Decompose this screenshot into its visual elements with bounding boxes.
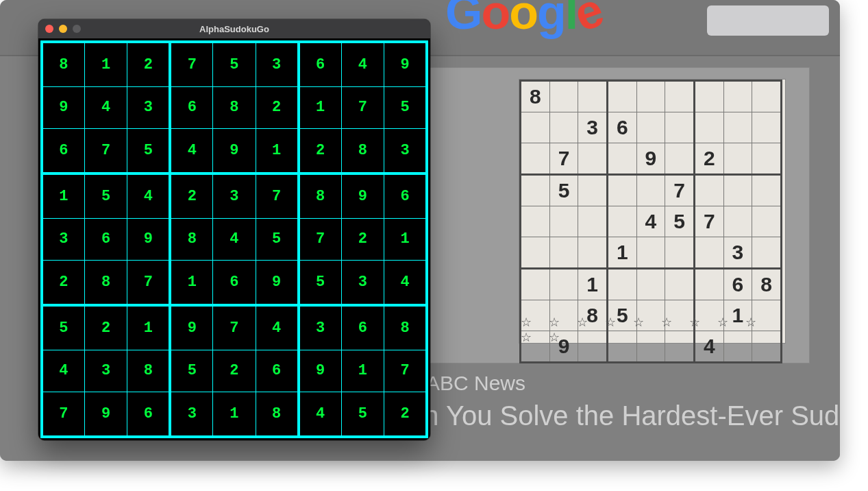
solution-cell[interactable]: 6 [299,42,341,86]
solution-cell[interactable]: 5 [299,261,341,305]
solution-cell[interactable]: 8 [170,218,212,261]
solution-cell[interactable]: 5 [170,350,212,392]
puzzle-cell [665,81,695,112]
solution-cell[interactable]: 1 [384,218,427,261]
solution-cell[interactable]: 6 [256,350,298,392]
solution-cell[interactable]: 5 [84,173,127,218]
puzzle-cell [636,269,665,300]
puzzle-cell [607,269,636,300]
google-logo-letter: o [509,0,537,40]
solution-cell[interactable]: 4 [170,129,212,173]
solution-cell[interactable]: 1 [256,129,298,173]
solution-cell[interactable]: 8 [42,42,84,86]
solution-cell[interactable]: 2 [127,42,170,86]
solution-cell[interactable]: 4 [127,173,170,218]
google-logo-letter: G [445,0,481,40]
solution-cell[interactable]: 1 [170,261,212,305]
solution-cell[interactable]: 4 [84,86,127,129]
solution-cell[interactable]: 9 [213,129,256,173]
solution-cell[interactable]: 6 [341,305,384,350]
solution-cell[interactable]: 8 [384,305,427,350]
solution-cell[interactable]: 8 [299,173,341,218]
solution-cell[interactable]: 8 [341,129,384,173]
puzzle-cell: 8 [521,81,550,112]
solution-cell[interactable]: 2 [213,350,256,392]
solution-cell[interactable]: 4 [299,392,341,437]
solution-cell[interactable]: 2 [84,305,127,350]
solution-cell[interactable]: 7 [299,218,341,261]
solution-cell[interactable]: 9 [299,350,341,392]
result-image[interactable]: 836792574571316885194 ☆ ☆ ☆ ☆ ☆ ☆ ☆ ☆ ☆ … [426,67,810,363]
solution-cell[interactable]: 7 [127,261,170,305]
puzzle-cell: 7 [665,175,695,206]
solution-cell[interactable]: 3 [42,218,84,261]
solution-cell[interactable]: 4 [42,350,84,392]
solution-cell[interactable]: 1 [341,350,384,392]
solution-cell[interactable]: 8 [84,261,127,305]
solution-cell[interactable]: 1 [127,305,170,350]
solution-cell[interactable]: 9 [256,261,298,305]
solution-cell[interactable]: 6 [170,86,212,129]
solution-cell[interactable]: 8 [256,392,298,437]
solution-cell[interactable]: 1 [213,392,256,437]
solution-cell[interactable]: 2 [384,392,427,437]
solution-cell[interactable]: 6 [213,261,256,305]
solution-cell[interactable]: 4 [341,42,384,86]
solution-cell[interactable]: 7 [84,129,127,173]
solution-cell[interactable]: 3 [170,392,212,437]
solution-cell[interactable]: 8 [213,86,256,129]
solution-cell[interactable]: 7 [341,86,384,129]
solution-cell[interactable]: 5 [256,218,298,261]
solution-cell[interactable]: 7 [42,392,84,437]
solution-cell[interactable]: 3 [256,42,298,86]
solution-cell[interactable]: 9 [341,173,384,218]
solution-cell[interactable]: 2 [299,129,341,173]
solution-cell[interactable]: 5 [42,305,84,350]
solution-cell[interactable]: 9 [384,42,427,86]
solution-cell[interactable]: 5 [341,392,384,437]
solution-cell[interactable]: 3 [84,350,127,392]
solution-cell[interactable]: 9 [84,392,127,437]
puzzle-cell [549,206,578,237]
solution-cell[interactable]: 2 [256,86,298,129]
solution-cell[interactable]: 4 [256,305,298,350]
result-headline[interactable]: an You Solve the Hardest-Ever Sudok [408,400,840,431]
solution-cell[interactable]: 5 [127,129,170,173]
solution-cell[interactable]: 2 [42,261,84,305]
titlebar[interactable]: AlphaSudokuGo [38,19,430,38]
solution-cell[interactable]: 1 [42,173,84,218]
solution-cell[interactable]: 2 [341,218,384,261]
solution-cell[interactable]: 1 [299,86,341,129]
solution-cell[interactable]: 4 [213,218,256,261]
solution-cell[interactable]: 8 [127,350,170,392]
solution-cell[interactable]: 6 [84,218,127,261]
puzzle-cell [694,81,723,112]
solution-cell[interactable]: 2 [170,173,212,218]
google-logo: Google [445,0,601,40]
solution-cell[interactable]: 3 [213,173,256,218]
solution-cell[interactable]: 3 [341,261,384,305]
solution-cell[interactable]: 7 [213,305,256,350]
solution-cell[interactable]: 3 [299,305,341,350]
solution-cell[interactable]: 5 [213,42,256,86]
app-window[interactable]: AlphaSudokuGo 81275364994368217567549128… [38,19,430,440]
puzzle-cell [549,81,578,112]
solution-cell[interactable]: 9 [127,218,170,261]
solution-cell[interactable]: 6 [42,129,84,173]
search-input[interactable] [707,5,829,36]
solution-cell[interactable]: 6 [127,392,170,437]
puzzle-cell [723,112,752,143]
solution-cell[interactable]: 1 [84,42,127,86]
solution-cell[interactable]: 7 [384,350,427,392]
solution-cell[interactable]: 3 [127,86,170,129]
solution-cell[interactable]: 9 [42,86,84,129]
solution-cell[interactable]: 4 [384,261,427,305]
puzzle-cell: 9 [636,143,665,175]
solution-cell[interactable]: 6 [384,173,427,218]
solution-cell[interactable]: 5 [384,86,427,129]
solution-cell[interactable]: 3 [384,129,427,173]
solution-cell[interactable]: 7 [256,173,298,218]
solution-cell[interactable]: 7 [170,42,212,86]
puzzle-cell [723,206,752,237]
solution-cell[interactable]: 9 [170,305,212,350]
